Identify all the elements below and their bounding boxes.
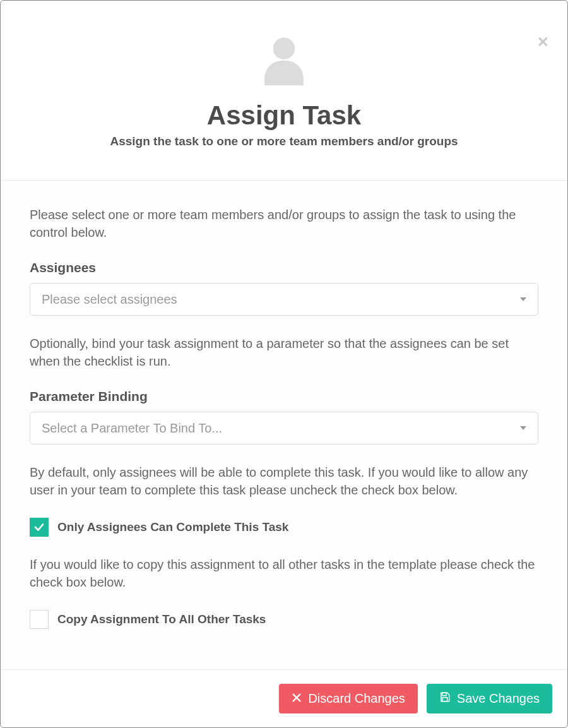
- copy-assignment-checkbox-label: Copy Assignment To All Other Tasks: [57, 612, 266, 626]
- caret-down-icon: [520, 297, 526, 301]
- only-assignees-checkbox-label: Only Assignees Can Complete This Task: [57, 520, 288, 534]
- discard-button[interactable]: Discard Changes: [279, 684, 417, 713]
- assignees-placeholder: Please select assignees: [42, 292, 177, 307]
- assignees-label: Assignees: [30, 260, 538, 275]
- copy-intro-text: If you would like to copy this assignmen…: [30, 556, 538, 591]
- svg-point-0: [273, 38, 295, 59]
- discard-button-label: Discard Changes: [308, 691, 405, 706]
- only-assignees-checkbox[interactable]: [30, 518, 49, 537]
- assign-task-modal: × Assign Task Assign the task to one or …: [0, 0, 568, 728]
- param-placeholder: Select a Parameter To Bind To...: [42, 421, 222, 436]
- save-button-label: Save Changes: [457, 691, 540, 706]
- modal-subtitle: Assign the task to one or more team memb…: [26, 134, 542, 148]
- copy-assignment-checkbox[interactable]: [30, 610, 49, 629]
- times-icon: [292, 691, 302, 706]
- svg-rect-1: [442, 693, 446, 696]
- modal-footer: Discard Changes Save Changes: [1, 669, 567, 727]
- only-assignees-row: Only Assignees Can Complete This Task: [30, 518, 538, 537]
- person-icon: [257, 32, 311, 87]
- modal-body: Please select one or more team members a…: [1, 181, 567, 669]
- close-icon: ×: [537, 31, 548, 52]
- modal-title: Assign Task: [26, 100, 542, 131]
- intro-text: Please select one or more team members a…: [30, 206, 538, 241]
- save-button[interactable]: Save Changes: [427, 684, 552, 713]
- save-icon: [439, 691, 451, 706]
- only-assignees-intro: By default, only assignees will be able …: [30, 463, 538, 499]
- caret-down-icon: [520, 426, 526, 430]
- svg-rect-2: [442, 698, 447, 701]
- param-binding-label: Parameter Binding: [30, 389, 538, 404]
- assignees-select[interactable]: Please select assignees: [30, 283, 538, 316]
- param-intro-text: Optionally, bind your task assignment to…: [30, 335, 538, 370]
- close-button[interactable]: ×: [537, 32, 548, 51]
- copy-assignment-row: Copy Assignment To All Other Tasks: [30, 610, 538, 629]
- param-binding-select[interactable]: Select a Parameter To Bind To...: [30, 412, 538, 445]
- modal-header: × Assign Task Assign the task to one or …: [1, 1, 567, 181]
